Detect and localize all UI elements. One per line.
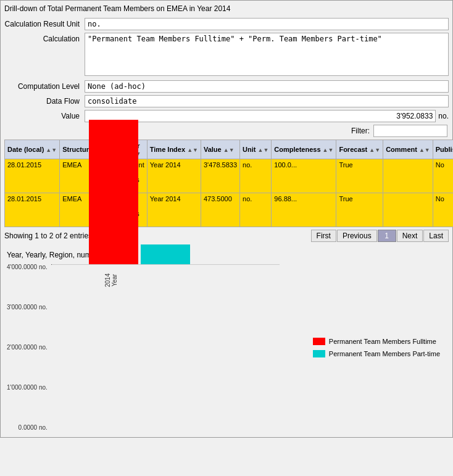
chart-legend: Permanent Team Members Fulltime Permanen… bbox=[307, 332, 446, 364]
col-forecast[interactable]: Forecast ▲▼ bbox=[336, 140, 383, 159]
chart-left: 4'000.0000 no. 3'000.0000 no. 2'000.0000… bbox=[7, 264, 294, 431]
sort-arrows-time: ▲▼ bbox=[187, 147, 198, 153]
legend-item-parttime: Permanent Team Members Part-time bbox=[313, 350, 440, 357]
chart-plot bbox=[51, 264, 280, 265]
value-field: no. bbox=[85, 110, 449, 122]
cell-unit: no. bbox=[240, 193, 272, 227]
bar-fulltime bbox=[89, 120, 138, 264]
pagination-row: Showing 1 to 2 of 2 entries First Previo… bbox=[4, 230, 449, 242]
last-button[interactable]: Last bbox=[423, 230, 449, 242]
computation-level-label: Computation Level bbox=[4, 80, 85, 91]
value-unit: no. bbox=[438, 112, 449, 120]
chart-title: Year, Yearly, Region, number bbox=[7, 251, 446, 259]
col-published[interactable]: Published ▲▼ bbox=[433, 140, 453, 159]
cell-value: 3'478.5833 bbox=[201, 159, 239, 193]
computation-level-input[interactable] bbox=[85, 80, 449, 93]
computation-level-row: Computation Level bbox=[4, 80, 449, 93]
legend-label-fulltime: Permanent Team Members Fulltime bbox=[329, 338, 436, 345]
filter-row: Filter: bbox=[4, 125, 449, 137]
data-flow-label: Data Flow bbox=[4, 95, 85, 106]
data-flow-value bbox=[85, 95, 449, 107]
cell-date: 28.01.2015 bbox=[5, 193, 60, 227]
cell-published: No bbox=[433, 159, 453, 193]
cell-completeness: 96.88... bbox=[272, 193, 336, 227]
bar-parttime bbox=[141, 244, 190, 264]
col-unit[interactable]: Unit ▲▼ bbox=[240, 140, 272, 159]
y-label-0: 0.0000 no. bbox=[19, 425, 48, 431]
data-flow-input[interactable] bbox=[85, 95, 449, 107]
chart-y-axis: 4'000.0000 no. 3'000.0000 no. 2'000.0000… bbox=[7, 264, 51, 431]
first-button[interactable]: First bbox=[311, 230, 336, 242]
previous-button[interactable]: Previous bbox=[337, 230, 377, 242]
legend-label-parttime: Permanent Team Members Part-time bbox=[329, 350, 440, 357]
chart-section: Year, Yearly, Region, number 4'000.0000 … bbox=[4, 248, 449, 433]
col-value[interactable]: Value ▲▼ bbox=[201, 140, 239, 159]
cell-forecast: True bbox=[336, 193, 383, 227]
sort-arrows-comment: ▲▼ bbox=[419, 147, 430, 153]
data-table: Date (local) ▲▼ Structure ▲▼ IndicatorCo… bbox=[4, 140, 453, 227]
sort-arrows-date: ▲▼ bbox=[46, 147, 57, 153]
col-date[interactable]: Date (local) ▲▼ bbox=[5, 140, 60, 159]
cell-date: 28.01.2015 bbox=[5, 159, 60, 193]
x-labels-row: Year 2014 bbox=[51, 266, 280, 306]
sort-arrows-unit: ▲▼ bbox=[258, 147, 269, 153]
cell-forecast: True bbox=[336, 159, 383, 193]
calc-result-unit-row: Calculation Result Unit bbox=[4, 18, 449, 30]
table-row: 28.01.2015EMEAPermanent Team Members Ful… bbox=[5, 159, 454, 193]
calculation-row: Calculation "Permanent Team Members Full… bbox=[4, 33, 449, 78]
legend-color-cyan bbox=[313, 350, 325, 357]
form-section: Calculation Result Unit Calculation "Per… bbox=[4, 18, 449, 122]
cell-completeness: 100.0... bbox=[272, 159, 336, 193]
computation-level-value bbox=[85, 80, 449, 93]
x-label-container: Year 2014 bbox=[69, 266, 172, 294]
value-label: Value bbox=[4, 110, 85, 120]
filter-input[interactable] bbox=[373, 125, 447, 137]
cell-value: 473.5000 bbox=[201, 193, 239, 227]
x-label-year2014-fulltime: Year 2014 bbox=[69, 266, 118, 294]
y-label-4000: 4'000.0000 no. bbox=[7, 264, 48, 270]
calc-result-unit-label: Calculation Result Unit bbox=[4, 18, 85, 28]
page-1-button[interactable]: 1 bbox=[378, 230, 396, 242]
cell-unit: no. bbox=[240, 159, 272, 193]
cell-comment bbox=[383, 159, 433, 193]
y-label-1000: 1'000.0000 no. bbox=[7, 385, 48, 391]
filter-label: Filter: bbox=[351, 127, 370, 135]
sort-arrows-forecast: ▲▼ bbox=[369, 147, 380, 153]
pagination-buttons: First Previous 1 Next Last bbox=[311, 230, 449, 242]
cell-published: No bbox=[433, 193, 453, 227]
col-comment[interactable]: Comment ▲▼ bbox=[383, 140, 433, 159]
chart-outer: 4'000.0000 no. 3'000.0000 no. 2'000.0000… bbox=[7, 264, 446, 431]
calculation-label: Calculation bbox=[4, 33, 85, 43]
data-flow-row: Data Flow bbox=[4, 95, 449, 107]
calc-result-unit-input[interactable] bbox=[85, 18, 449, 30]
calculation-textarea[interactable]: "Permanent Team Members Fulltime" + "Per… bbox=[85, 33, 449, 76]
next-button[interactable]: Next bbox=[397, 230, 423, 242]
table-header-row: Date (local) ▲▼ Structure ▲▼ IndicatorCo… bbox=[5, 140, 454, 159]
cell-time_index: Year 2014 bbox=[147, 159, 201, 193]
y-label-3000: 3'000.0000 no. bbox=[7, 304, 48, 311]
sort-arrows-completeness: ▲▼ bbox=[323, 147, 334, 153]
col-time-index[interactable]: Time Index ▲▼ bbox=[147, 140, 201, 159]
x-label-year2014-parttime bbox=[123, 266, 172, 294]
y-label-2000: 2'000.0000 no. bbox=[7, 344, 48, 351]
pagination-info: Showing 1 to 2 of 2 entries bbox=[4, 232, 92, 240]
calculation-value: "Permanent Team Members Fulltime" + "Per… bbox=[85, 33, 449, 78]
cell-time_index: Year 2014 bbox=[147, 193, 201, 227]
legend-item-fulltime: Permanent Team Members Fulltime bbox=[313, 338, 440, 345]
col-completeness[interactable]: Completeness ▲▼ bbox=[272, 140, 336, 159]
value-row: Value no. bbox=[4, 110, 449, 122]
calc-result-unit-value bbox=[85, 18, 449, 30]
sort-arrows-value: ▲▼ bbox=[223, 147, 235, 153]
legend-color-red bbox=[313, 338, 325, 345]
cell-comment bbox=[383, 193, 433, 227]
page-title: Drill-down of Total Permanent Team Membe… bbox=[4, 4, 449, 13]
table-row: 28.01.2015EMEAPerm. Team Members Part-ti… bbox=[5, 193, 454, 227]
